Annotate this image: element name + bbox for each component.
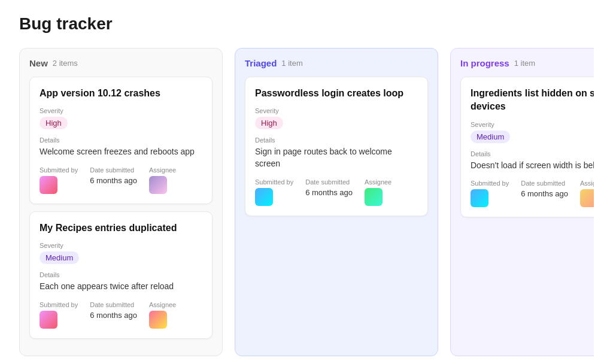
column-title-triaged: Triaged — [245, 58, 277, 68]
details-label: Details — [255, 136, 418, 144]
submitter-avatar — [471, 189, 488, 207]
date-submitted-value: 6 months ago — [305, 188, 353, 197]
column-count-triaged: 1 item — [281, 59, 302, 68]
date-submitted-label: Date submitted — [521, 180, 568, 187]
date-submitted-value: 6 months ago — [90, 311, 137, 320]
details-text: Welcome screen freezes and reboots app — [40, 146, 202, 158]
severity-badge: Medium — [40, 251, 79, 264]
details-label: Details — [40, 271, 202, 278]
assignee-label: Assignee — [580, 180, 594, 187]
page-title: Bug tracker — [19, 14, 594, 34]
assignee-label: Assignee — [365, 178, 392, 186]
assignee-avatar — [149, 311, 167, 329]
bug-card[interactable]: Ingredients list hidden on small devices… — [460, 77, 594, 217]
details-label: Details — [471, 150, 594, 157]
severity-label: Severity — [471, 121, 594, 128]
card-meta: Submitted by Date submitted 6 months ago… — [40, 166, 202, 194]
card-title: App version 10.12 crashes — [40, 87, 202, 100]
column-count-inprogress: 1 item — [514, 59, 535, 68]
submitter-avatar — [255, 188, 273, 206]
date-meta: Date submitted 6 months ago — [90, 301, 137, 320]
details-text: Sign in page routes back to welcome scre… — [255, 146, 418, 169]
date-submitted-label: Date submitted — [90, 301, 137, 308]
card-meta: Submitted by Date submitted 6 months ago… — [471, 180, 594, 207]
kanban-board: New2 items App version 10.12 crashes Sev… — [19, 48, 594, 356]
date-submitted-value: 6 months ago — [521, 189, 568, 198]
card-title: Ingredients list hidden on small devices — [471, 87, 594, 114]
severity-badge: High — [40, 117, 68, 129]
column-header-new: New2 items — [29, 58, 213, 68]
card-meta: Submitted by Date submitted 6 months ago… — [40, 301, 202, 329]
date-meta: Date submitted 6 months ago — [521, 180, 568, 198]
column-new: New2 items App version 10.12 crashes Sev… — [19, 48, 223, 356]
submitter-avatar — [40, 176, 57, 194]
details-text: Each one appears twice after reload — [40, 281, 202, 293]
assignee-meta: Assignee — [149, 166, 176, 194]
date-submitted-label: Date submitted — [90, 166, 137, 174]
submitter-meta: Submitted by — [471, 180, 509, 207]
submitter-meta: Submitted by — [255, 178, 293, 206]
submitted-by-label: Submitted by — [40, 301, 78, 308]
submitter-avatar — [40, 311, 57, 329]
bug-card[interactable]: App version 10.12 crashes Severity High … — [29, 77, 213, 204]
submitted-by-label: Submitted by — [471, 180, 509, 187]
column-inprogress: In progress1 item Ingredients list hidde… — [450, 48, 594, 356]
severity-label: Severity — [40, 242, 202, 249]
severity-badge: Medium — [471, 131, 510, 143]
date-meta: Date submitted 6 months ago — [90, 166, 137, 185]
card-title: My Recipes entries duplicated — [40, 222, 202, 235]
card-meta: Submitted by Date submitted 6 months ago… — [255, 178, 418, 206]
severity-badge: High — [255, 117, 283, 129]
date-submitted-value: 6 months ago — [90, 176, 137, 185]
column-header-triaged: Triaged1 item — [245, 58, 428, 68]
submitted-by-label: Submitted by — [255, 178, 293, 186]
assignee-meta: Assignee — [149, 301, 176, 329]
submitter-meta: Submitted by — [40, 166, 78, 194]
assignee-label: Assignee — [149, 166, 176, 174]
assignee-label: Assignee — [149, 301, 176, 308]
severity-label: Severity — [40, 107, 202, 114]
bug-card[interactable]: My Recipes entries duplicated Severity M… — [29, 211, 213, 339]
date-meta: Date submitted 6 months ago — [305, 178, 353, 197]
column-count-new: 2 items — [53, 59, 78, 68]
assignee-meta: Assignee — [580, 180, 594, 207]
column-header-inprogress: In progress1 item — [460, 58, 594, 68]
submitter-meta: Submitted by — [40, 301, 78, 329]
column-title-inprogress: In progress — [460, 58, 509, 68]
date-submitted-label: Date submitted — [305, 178, 353, 186]
assignee-avatar — [149, 176, 167, 194]
details-label: Details — [40, 136, 202, 144]
assignee-avatar — [365, 188, 383, 206]
card-title: Passwordless login creates loop — [255, 87, 418, 100]
severity-label: Severity — [255, 107, 418, 114]
submitted-by-label: Submitted by — [40, 166, 78, 174]
details-text: Doesn't load if screen width is below pi… — [471, 160, 594, 172]
column-title-new: New — [29, 58, 48, 68]
assignee-avatar — [580, 189, 594, 207]
column-triaged: Triaged1 item Passwordless login creates… — [235, 48, 438, 356]
bug-card[interactable]: Passwordless login creates loop Severity… — [245, 77, 428, 216]
assignee-meta: Assignee — [365, 178, 392, 206]
